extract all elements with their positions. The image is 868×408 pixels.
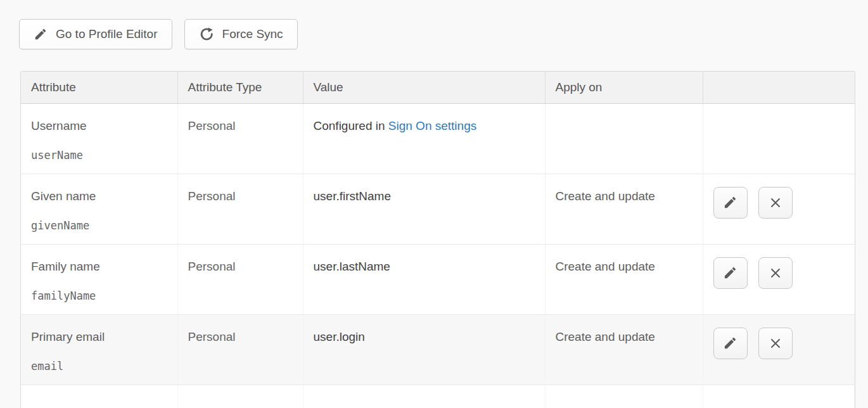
actions-cell xyxy=(703,314,855,385)
delete-attribute-button[interactable] xyxy=(758,328,793,359)
attribute-type-cell: Personal xyxy=(177,244,303,314)
attribute-mappings-table: Attribute Attribute Type Value Apply on … xyxy=(20,71,855,408)
delete-attribute-button[interactable] xyxy=(758,257,793,289)
actions-cell xyxy=(703,174,855,244)
table-row: Given name givenName Personal user.first… xyxy=(21,174,855,244)
close-icon xyxy=(769,336,782,350)
attribute-variable: email xyxy=(31,360,167,373)
apply-on-cell: Create and update xyxy=(545,174,703,244)
apply-on-cell xyxy=(545,103,703,174)
attribute-cell: Username userName xyxy=(21,103,177,174)
delete-attribute-button[interactable] xyxy=(758,187,793,219)
row-actions xyxy=(713,257,845,289)
go-to-profile-editor-button[interactable]: Go to Profile Editor xyxy=(19,19,172,49)
table-row: Primary email email Personal user.login … xyxy=(21,314,855,385)
attribute-type-cell: Personal xyxy=(177,314,303,385)
attribute-variable: userName xyxy=(31,149,167,162)
attribute-label: Primary email xyxy=(31,330,167,344)
edit-attribute-button[interactable] xyxy=(713,187,748,219)
pencil-icon xyxy=(723,195,737,210)
close-icon xyxy=(769,196,782,210)
attribute-type: Personal xyxy=(188,119,236,132)
actions-cell xyxy=(703,103,855,174)
value-cell: user.lastName xyxy=(303,244,545,314)
refresh-icon xyxy=(199,27,214,42)
row-actions xyxy=(713,187,845,219)
attribute-label: Family name xyxy=(31,260,167,274)
attribute-cell: Family name familyName xyxy=(21,244,177,314)
attribute-variable: familyName xyxy=(31,290,167,302)
attribute-type: Personal xyxy=(188,260,236,273)
attribute-type: Personal xyxy=(188,189,236,203)
col-header-attribute-type: Attribute Type xyxy=(177,72,303,103)
attribute-value: user.lastName xyxy=(314,260,390,273)
apply-on-value: Create and update xyxy=(556,260,655,273)
edit-attribute-button[interactable] xyxy=(713,257,748,289)
col-header-attribute: Attribute xyxy=(21,72,177,103)
apply-on-value: Create and update xyxy=(556,189,655,203)
pencil-icon xyxy=(34,27,48,41)
attribute-value: user.firstName xyxy=(314,189,391,203)
col-header-value: Value xyxy=(303,72,545,103)
attribute-value: user.login xyxy=(314,330,365,343)
sign-on-settings-link[interactable]: Sign On settings xyxy=(388,119,476,132)
attribute-cell: Primary email email xyxy=(21,314,177,385)
attribute-cell: Given name givenName xyxy=(21,174,177,244)
attribute-type: Personal xyxy=(188,330,236,343)
apply-on-cell: Create and update xyxy=(545,244,703,314)
close-icon xyxy=(769,266,782,280)
attribute-label: Given name xyxy=(31,189,167,203)
attribute-mappings-page: Go to Profile Editor Force Sync Attribut… xyxy=(0,0,868,408)
value-cell: Configured in Sign On settings xyxy=(303,103,545,174)
actions-cell xyxy=(703,244,855,314)
empty-partial-row xyxy=(21,385,855,408)
force-sync-label: Force Sync xyxy=(222,27,283,41)
edit-attribute-button[interactable] xyxy=(713,328,748,359)
value-cell: user.firstName xyxy=(303,174,545,244)
attribute-variable: givenName xyxy=(31,219,167,232)
attribute-table-body: Username userName Personal Configured in… xyxy=(21,103,855,408)
apply-on-cell: Create and update xyxy=(545,314,703,385)
toolbar: Go to Profile Editor Force Sync xyxy=(0,0,868,49)
col-header-apply-on: Apply on xyxy=(545,72,703,103)
table-header: Attribute Attribute Type Value Apply on xyxy=(21,72,855,103)
table-row: Username userName Personal Configured in… xyxy=(21,103,855,174)
pencil-icon xyxy=(723,336,737,350)
value-cell: user.login xyxy=(303,314,545,385)
col-header-actions xyxy=(703,72,855,103)
apply-on-value: Create and update xyxy=(556,330,655,343)
attribute-type-cell: Personal xyxy=(177,103,303,174)
attribute-type-cell: Personal xyxy=(177,174,303,244)
attribute-value: Configured in xyxy=(314,119,388,132)
attribute-label: Username xyxy=(31,119,167,133)
force-sync-button[interactable]: Force Sync xyxy=(184,19,298,49)
table-row: Family name familyName Personal user.las… xyxy=(21,244,855,314)
pencil-icon xyxy=(723,265,737,280)
row-actions xyxy=(713,328,845,359)
go-to-profile-editor-label: Go to Profile Editor xyxy=(56,27,158,41)
